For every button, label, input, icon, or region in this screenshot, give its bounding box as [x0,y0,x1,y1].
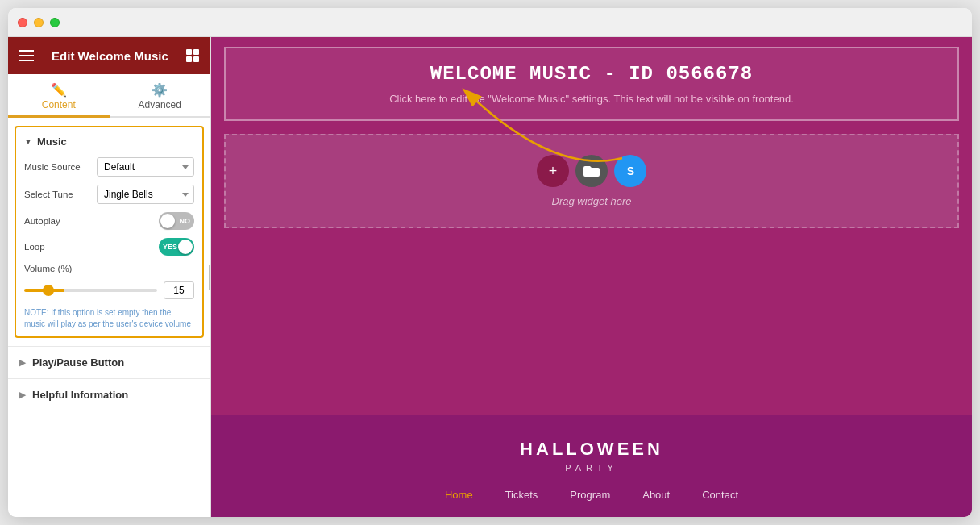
content-tab-label: Content [42,99,76,110]
autoplay-control: NO [97,212,194,230]
autoplay-toggle[interactable]: NO [159,212,194,230]
music-arrow-icon: ▼ [24,137,32,146]
volume-slider[interactable] [24,289,157,292]
select-tune-select[interactable]: Jingle Bells Silent Night Deck the Halls [97,185,194,204]
add-widget-button[interactable]: + [537,155,569,187]
nav-tickets[interactable]: Tickets [505,489,538,501]
tab-advanced[interactable]: ⚙️ Advanced [110,74,211,118]
volume-note: NOTE: If this option is set empty then t… [24,307,194,330]
select-tune-control: Jingle Bells Silent Night Deck the Halls [97,185,194,204]
minimize-button[interactable] [34,18,44,27]
shortcode-widget-button[interactable]: S [614,155,646,187]
shortcode-label: S [627,165,633,177]
loop-toggle-knob [178,240,193,254]
music-source-control: Default Custom Upload [97,157,194,177]
loop-row: Loop YES [24,238,194,256]
music-source-row: Music Source Default Custom Upload [24,157,194,177]
volume-input[interactable] [164,281,194,299]
sidebar: Edit Welcome Music ✏️ Content ⚙️ Advance… [8,37,211,517]
sidebar-header: Edit Welcome Music [8,37,210,74]
site-footer: HALLOWEEN PARTY Home Tickets Program Abo… [211,415,972,517]
loop-control: YES [97,238,194,256]
folder-icon [583,165,600,177]
main-content: Welcome Music - ID 0566678 Click here to… [211,37,972,517]
titlebar [8,8,972,37]
widget-area: + S Drag widget here [224,134,959,228]
music-section-title: Music [37,135,67,148]
loop-toggle[interactable]: YES [159,238,194,256]
play-pause-label: Play/Pause Button [32,356,124,369]
main-inner: Welcome Music - ID 0566678 Click here to… [211,37,972,517]
content-tab-icon: ✏️ [51,82,67,98]
select-tune-label: Select Tune [24,190,97,199]
close-button[interactable] [18,18,27,27]
volume-row: Volume (%) [24,264,194,273]
sidebar-title: Edit Welcome Music [52,49,168,63]
tab-content[interactable]: ✏️ Content [8,74,110,118]
sidebar-tabs: ✏️ Content ⚙️ Advanced [8,74,210,118]
music-source-select[interactable]: Default Custom Upload [97,157,194,177]
music-source-label: Music Source [24,162,97,172]
folder-widget-button[interactable] [575,155,608,187]
advanced-tab-label: Advanced [139,99,181,110]
nav-program[interactable]: Program [570,489,610,501]
volume-label: Volume (%) [24,264,97,273]
autoplay-toggle-knob [160,214,175,228]
volume-slider-row [24,281,194,299]
nav-contact[interactable]: Contact [702,489,738,501]
grid-icon[interactable] [186,49,199,62]
halloween-subtitle: PARTY [243,463,940,473]
autoplay-toggle-label: NO [180,217,191,225]
welcome-title: Welcome Music - ID 0566678 [242,63,941,85]
welcome-block[interactable]: Welcome Music - ID 0566678 Click here to… [224,47,959,121]
app-window: Edit Welcome Music ✏️ Content ⚙️ Advance… [8,8,972,517]
maximize-button[interactable] [50,18,60,27]
play-pause-section[interactable]: ▶ Play/Pause Button [8,346,210,378]
loop-label: Loop [24,242,97,252]
hamburger-icon[interactable] [19,50,34,61]
volume-slider-wrap [24,281,194,299]
content-spacer [211,241,972,415]
welcome-subtitle: Click here to edit the "Welcome Music" s… [242,93,941,105]
music-section: ▼ Music Music Source Default Custom Uplo… [15,126,204,338]
helpful-info-label: Helpful Information [32,389,128,401]
nav-home[interactable]: Home [445,489,473,501]
main-layout: Edit Welcome Music ✏️ Content ⚙️ Advance… [8,37,972,517]
advanced-tab-icon: ⚙️ [152,82,168,98]
loop-toggle-label: YES [163,243,177,251]
nav-about[interactable]: About [642,489,670,501]
halloween-title: HALLOWEEN [243,439,940,460]
music-section-header[interactable]: ▼ Music [24,135,194,148]
autoplay-row: Autoplay NO [24,212,194,230]
widget-buttons: + S [537,155,646,187]
autoplay-label: Autoplay [24,216,97,226]
helpful-info-section[interactable]: ▶ Helpful Information [8,378,210,410]
footer-nav: Home Tickets Program About Contact [243,489,940,501]
select-tune-row: Select Tune Jingle Bells Silent Night De… [24,185,194,204]
helpful-info-arrow-icon: ▶ [19,390,26,399]
play-pause-arrow-icon: ▶ [19,358,26,367]
drag-widget-text: Drag widget here [552,195,632,207]
